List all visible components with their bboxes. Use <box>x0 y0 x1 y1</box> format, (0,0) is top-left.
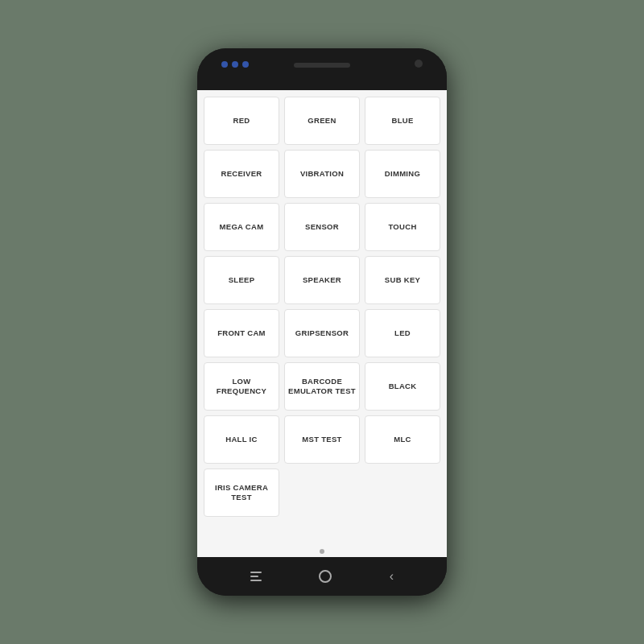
back-button[interactable]: ‹ <box>390 569 394 584</box>
grid-label-mega-cam: MEGA CAM <box>220 222 264 232</box>
grid-item-hall-ic[interactable]: HALL IC <box>204 415 279 464</box>
grid-label-red: RED <box>233 116 250 126</box>
grid-item-gripsensor[interactable]: GRIPSENSOR <box>284 309 360 357</box>
grid-label-speaker: SPEAKER <box>303 275 341 285</box>
grid-label-mlc: MLC <box>394 435 411 444</box>
grid-label-sub-key: SUB KEY <box>385 275 420 285</box>
grid-item-vibration[interactable]: VIBRATION <box>284 150 360 198</box>
grid-label-black: BLACK <box>389 382 417 391</box>
grid-item-blue[interactable]: BLUE <box>365 97 440 145</box>
grid-label-barcode-emulator: BARCODE EMULATOR TEST <box>288 377 356 397</box>
home-icon <box>319 570 332 583</box>
grid-label-receiver: RECEIVER <box>221 169 262 179</box>
grid-item-dimming[interactable]: DIMMING <box>365 150 440 198</box>
grid-item-green[interactable]: GREEN <box>284 97 360 145</box>
grid-item-barcode-emulator[interactable]: BARCODE EMULATOR TEST <box>284 362 360 411</box>
grid-item-speaker[interactable]: SPEAKER <box>284 256 360 304</box>
grid-label-sleep: SLEEP <box>229 275 255 285</box>
grid-label-led: LED <box>394 328 411 338</box>
test-grid: REDGREENBLUERECEIVERVIBRATIONDIMMINGMEGA… <box>197 90 447 546</box>
grid-item-red[interactable]: RED <box>204 97 279 145</box>
dot-2 <box>232 61 238 68</box>
grid-item-sub-key[interactable]: SUB KEY <box>365 256 440 304</box>
grid-item-mlc[interactable]: MLC <box>365 415 440 464</box>
status-dots <box>221 61 249 68</box>
speaker-grille <box>294 63 350 68</box>
grid-label-vibration: VIBRATION <box>300 169 344 179</box>
grid-label-mst-test: MST TEST <box>302 435 341 444</box>
grid-item-black[interactable]: BLACK <box>365 362 440 411</box>
grid-label-iris-camera-test: IRIS CAMERA TEST <box>208 483 275 503</box>
grid-label-low-frequency: LOW FREQUENCY <box>208 377 275 397</box>
dot-1 <box>221 61 228 68</box>
dot-3 <box>242 61 249 68</box>
grid-label-green: GREEN <box>308 116 336 126</box>
phone-device: REDGREENBLUERECEIVERVIBRATIONDIMMINGMEGA… <box>197 48 447 596</box>
scroll-indicator <box>320 549 324 554</box>
line-3 <box>250 580 262 581</box>
grid-item-receiver[interactable]: RECEIVER <box>204 150 279 198</box>
grid-item-mega-cam[interactable]: MEGA CAM <box>204 203 279 251</box>
grid-label-blue: BLUE <box>391 116 413 126</box>
back-icon: ‹ <box>390 569 394 584</box>
grid-item-sleep[interactable]: SLEEP <box>204 256 279 304</box>
grid-label-gripsensor: GRIPSENSOR <box>295 328 349 338</box>
grid-label-sensor: SENSOR <box>305 222 339 232</box>
grid-label-touch: TOUCH <box>388 222 416 232</box>
grid-item-front-cam[interactable]: FRONT CAM <box>204 309 279 357</box>
grid-item-touch[interactable]: TOUCH <box>365 203 440 251</box>
home-button[interactable] <box>319 570 332 583</box>
screen: REDGREENBLUERECEIVERVIBRATIONDIMMINGMEGA… <box>197 90 447 557</box>
recent-apps-icon <box>250 572 262 581</box>
grid-item-sensor[interactable]: SENSOR <box>284 203 360 251</box>
grid-item-iris-camera-test[interactable]: IRIS CAMERA TEST <box>204 469 279 517</box>
navigation-bar: ‹ <box>197 557 447 596</box>
recent-apps-button[interactable] <box>250 572 262 581</box>
phone-top-bar <box>197 48 447 90</box>
line-1 <box>250 572 262 573</box>
front-camera-dot <box>415 60 423 68</box>
grid-item-led[interactable]: LED <box>365 309 440 357</box>
grid-item-low-frequency[interactable]: LOW FREQUENCY <box>204 362 279 411</box>
grid-label-hall-ic: HALL IC <box>225 435 257 444</box>
line-2 <box>250 576 258 577</box>
grid-label-dimming: DIMMING <box>385 169 420 179</box>
grid-label-front-cam: FRONT CAM <box>217 328 266 338</box>
grid-item-mst-test[interactable]: MST TEST <box>284 415 360 464</box>
